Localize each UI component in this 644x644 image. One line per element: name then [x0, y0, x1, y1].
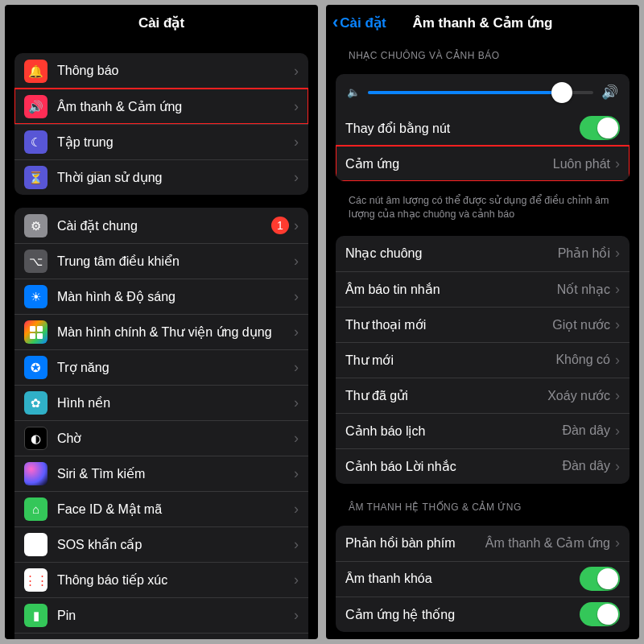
row-value: Luôn phát — [553, 157, 610, 171]
hourglass-icon: ⏳ — [24, 166, 47, 189]
row-control-center[interactable]: ⌥ Trung tâm điều khiển › — [14, 243, 308, 279]
chevron-right-icon: › — [615, 387, 620, 404]
row-home-screen[interactable]: Màn hình chính & Thư viện ứng dụng › — [14, 314, 308, 349]
row-screentime[interactable]: ⏳ Thời gian sử dụng › — [14, 159, 308, 195]
page-title: Âm thanh & Cảm ứng — [413, 14, 553, 31]
chevron-right-icon: › — [294, 324, 299, 341]
sounds-list[interactable]: NHẠC CHUÔNG VÀ CẢNH BÁO 🔈 🔊 Thay đổi bằn… — [326, 40, 639, 639]
row-system-haptics[interactable]: Cảm ứng hệ thống — [336, 597, 630, 632]
speaker-high-icon: 🔊 — [601, 84, 618, 101]
row-sound-1[interactable]: Âm báo tin nhắnNốt nhạc› — [336, 271, 630, 307]
row-sound-6[interactable]: Cảnh báo Lời nhắcĐàn dây› — [336, 448, 630, 484]
header: Cài đặt — [5, 5, 318, 40]
chevron-right-icon: › — [294, 288, 299, 305]
chevron-right-icon: › — [615, 281, 620, 298]
row-privacy[interactable]: ✋ Quyền riêng tư & Bảo mật › — [14, 633, 308, 639]
settings-group-system: ⚙︎ Cài đặt chung 1 › ⌥ Trung tâm điều kh… — [14, 208, 308, 639]
chevron-left-icon: ‹ — [332, 14, 338, 31]
row-label: Âm báo tin nhắn — [345, 282, 551, 297]
row-keyboard-feedback[interactable]: Phản hồi bàn phím Âm thanh & Cảm ứng › — [336, 526, 630, 561]
row-faceid[interactable]: ⌂ Face ID & Mật mã › — [14, 491, 308, 526]
gear-icon: ⚙︎ — [24, 214, 47, 237]
row-sound-2[interactable]: Thư thoại mớiGiọt nước› — [336, 307, 630, 342]
row-value: Không có — [555, 353, 610, 367]
chevron-right-icon: › — [294, 63, 299, 80]
toggle-system-haptics[interactable] — [580, 602, 620, 626]
brightness-icon: ☀︎ — [24, 285, 47, 308]
chevron-right-icon: › — [294, 465, 299, 482]
slider-thumb[interactable] — [551, 82, 572, 103]
chevron-right-icon: › — [615, 535, 620, 551]
row-value: Nốt nhạc — [557, 282, 610, 297]
row-wallpaper[interactable]: ✿ Hình nền › — [14, 385, 308, 420]
row-label: Thông báo — [57, 64, 289, 78]
row-label: Cảnh báo Lời nhắc — [345, 459, 555, 474]
ringer-volume-slider[interactable]: 🔈 🔊 — [336, 74, 630, 110]
row-label: Cảnh báo lịch — [345, 423, 555, 439]
sounds-haptics-screen: ‹ Cài đặt Âm thanh & Cảm ứng NHẠC CHUÔNG… — [326, 5, 639, 639]
row-value: Đàn dây — [562, 459, 610, 473]
row-sound-5[interactable]: Cảnh báo lịchĐàn dây› — [336, 413, 630, 448]
row-label: Cài đặt chung — [57, 218, 266, 233]
row-label: Thư thoại mới — [345, 317, 546, 332]
accessibility-icon: ✪ — [24, 356, 47, 379]
row-accessibility[interactable]: ✪ Trợ năng › — [14, 349, 308, 385]
switches-icon: ⌥ — [24, 250, 47, 273]
row-label: Trung tâm điều khiển — [57, 254, 289, 269]
chevron-right-icon: › — [615, 458, 620, 475]
row-notifications[interactable]: 🔔 Thông báo › — [14, 53, 308, 89]
row-label: Phản hồi bàn phím — [345, 535, 479, 551]
row-label: Màn hình & Độ sáng — [57, 289, 289, 304]
row-focus[interactable]: ☾ Tập trung › — [14, 124, 308, 159]
exposure-icon: ⋮⋮ — [24, 568, 47, 592]
section-footer-ringer: Các nút âm lượng có thể được sử dụng để … — [336, 194, 630, 228]
clock-icon: ◐ — [24, 427, 47, 450]
row-haptics[interactable]: Cảm ứng Luôn phát › — [336, 146, 630, 181]
row-sounds-haptics[interactable]: 🔊 Âm thanh & Cảm ứng › — [14, 89, 308, 124]
row-change-with-buttons[interactable]: Thay đổi bằng nút — [336, 110, 630, 146]
settings-list[interactable]: 🔔 Thông báo › 🔊 Âm thanh & Cảm ứng › ☾ T… — [5, 40, 318, 639]
row-display[interactable]: ☀︎ Màn hình & Độ sáng › — [14, 279, 308, 314]
row-standby[interactable]: ◐ Chờ › — [14, 420, 308, 456]
chevron-right-icon: › — [615, 316, 620, 333]
battery-icon: ▮ — [24, 604, 47, 627]
toggle-change-with-buttons[interactable] — [580, 116, 620, 140]
row-label: Thư mới — [345, 353, 549, 368]
row-label: Màn hình chính & Thư viện ứng dụng — [57, 324, 289, 340]
siri-icon — [24, 462, 47, 485]
chevron-right-icon: › — [294, 134, 299, 151]
row-label: Nhạc chuông — [345, 246, 551, 261]
slider-track[interactable] — [368, 91, 593, 94]
slider-fill — [368, 91, 562, 94]
flower-icon: ✿ — [24, 391, 47, 415]
row-sound-3[interactable]: Thư mớiKhông có› — [336, 342, 630, 378]
group-system-sounds: Phản hồi bàn phím Âm thanh & Cảm ứng › Â… — [336, 526, 630, 632]
row-siri[interactable]: Siri & Tìm kiếm › — [14, 456, 308, 491]
row-sound-0[interactable]: Nhạc chuôngPhản hồi› — [336, 236, 630, 271]
row-sos[interactable]: SOS SOS khẩn cấp › — [14, 526, 308, 562]
row-value: Phản hồi — [558, 246, 610, 261]
settings-screen: Cài đặt 🔔 Thông báo › 🔊 Âm thanh & Cảm ứ… — [5, 5, 318, 639]
bell-icon: 🔔 — [24, 60, 47, 83]
chevron-right-icon: › — [615, 423, 620, 440]
chevron-right-icon: › — [615, 155, 620, 172]
row-lock-sound[interactable]: Âm thanh khóa — [336, 561, 630, 597]
row-general[interactable]: ⚙︎ Cài đặt chung 1 › — [14, 208, 308, 243]
section-header-system: ÂM THANH HỆ THỐNG & CẢM ỨNG — [336, 497, 630, 518]
chevron-right-icon: › — [294, 98, 299, 115]
toggle-lock-sound[interactable] — [580, 567, 620, 591]
chevron-right-icon: › — [294, 217, 299, 234]
chevron-right-icon: › — [294, 169, 299, 186]
row-exposure[interactable]: ⋮⋮ Thông báo tiếp xúc › — [14, 562, 308, 597]
chevron-right-icon: › — [294, 253, 299, 270]
row-label: Siri & Tìm kiếm — [57, 466, 289, 481]
row-label: Thay đổi bằng nút — [345, 121, 580, 136]
row-sound-4[interactable]: Thư đã gửiXoáy nước› — [336, 378, 630, 413]
back-button[interactable]: ‹ Cài đặt — [332, 5, 386, 40]
row-label: Hình nền — [57, 395, 289, 411]
row-label: SOS khẩn cấp — [57, 537, 289, 552]
row-battery[interactable]: ▮ Pin › — [14, 597, 308, 633]
chevron-right-icon: › — [294, 394, 299, 411]
row-label: Chờ — [57, 431, 289, 446]
row-label: Cảm ứng — [345, 156, 547, 171]
